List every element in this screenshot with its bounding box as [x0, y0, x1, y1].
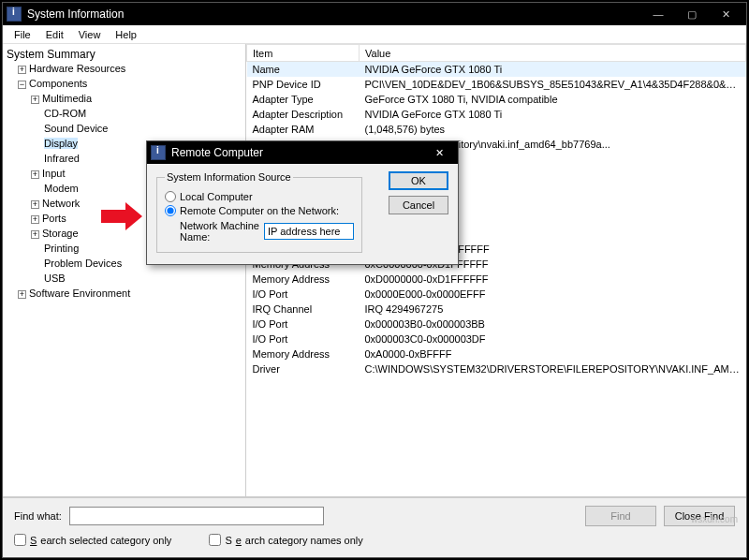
cell-value: NVIDIA GeForce GTX 1080 Ti — [360, 62, 746, 77]
content-area: System Summary +Hardware Resources −Comp… — [3, 44, 746, 497]
main-window: System Information — ▢ ✕ File Edit View … — [2, 2, 747, 558]
details-pane[interactable]: Item Value NameNVIDIA GeForce GTX 1080 T… — [246, 44, 746, 496]
cb-selected-category[interactable]: Search selected category only — [14, 534, 171, 546]
maximize-button[interactable]: ▢ — [675, 3, 709, 25]
find-button[interactable]: Find — [585, 506, 656, 526]
cell-value: 0x0000E000-0x0000EFFF — [360, 287, 746, 302]
ok-button[interactable]: OK — [389, 171, 448, 190]
cell-item: Adapter Description — [247, 107, 360, 122]
menu-view[interactable]: View — [71, 27, 109, 42]
remote-computer-dialog: Remote Computer ✕ System Information Sou… — [146, 140, 459, 265]
cell-item: Name — [247, 62, 360, 77]
col-value[interactable]: Value — [360, 45, 746, 62]
table-row[interactable]: Adapter RAM(1,048,576) bytes — [247, 122, 746, 137]
tree-multimedia[interactable]: +Multimedia — [31, 91, 243, 106]
expand-icon[interactable]: + — [31, 96, 39, 104]
expand-icon[interactable]: + — [31, 200, 39, 209]
cell-value: 0xD0000000-0xD1FFFFFF — [360, 272, 746, 287]
tree-hardware[interactable]: +Hardware Resources — [18, 61, 243, 76]
cell-value: 0x000003C0-0x000003DF — [360, 332, 746, 346]
cell-item: Memory Address — [247, 272, 360, 287]
tree-sound[interactable]: Sound Device — [31, 121, 243, 136]
find-bar: Find what: Find Close Find Search select… — [3, 497, 746, 557]
tree-root[interactable]: System Summary — [5, 48, 243, 61]
checkbox[interactable] — [209, 534, 221, 546]
cell-value: C:\WINDOWS\SYSTEM32\DRIVERSTORE\FILEREPO… — [360, 361, 746, 376]
window-title: System Information — [27, 7, 641, 21]
minimize-button[interactable]: — — [641, 3, 675, 25]
option-remote[interactable]: Remote Computer on the Network: — [165, 205, 354, 216]
cell-item: Adapter RAM — [247, 122, 360, 137]
dialog-close-button[interactable]: ✕ — [424, 147, 454, 159]
cell-value: 0x000003B0-0x000003BB — [360, 317, 746, 332]
group-legend: System Information Source — [165, 171, 293, 183]
cell-item: Memory Address — [247, 346, 360, 361]
cell-value: 0xA0000-0xBFFFF — [360, 346, 746, 361]
cell-item: Driver — [247, 361, 360, 376]
dialog-titlebar: Remote Computer ✕ — [147, 141, 458, 164]
watermark: wsxdn.com — [691, 514, 738, 524]
cell-item: IRQ Channel — [247, 302, 360, 317]
dialog-title: Remote Computer — [171, 146, 424, 159]
cell-item: Adapter Type — [247, 92, 360, 107]
option-local[interactable]: Local Computer — [165, 191, 354, 202]
close-button[interactable]: ✕ — [709, 3, 742, 25]
dialog-icon — [151, 145, 166, 160]
radio-local[interactable] — [165, 191, 176, 202]
tree-usb[interactable]: USB — [31, 271, 243, 286]
table-row[interactable]: NameNVIDIA GeForce GTX 1080 Ti — [247, 62, 746, 77]
expand-icon[interactable]: + — [18, 290, 26, 299]
expand-icon[interactable]: + — [31, 230, 39, 239]
table-row[interactable]: DriverC:\WINDOWS\SYSTEM32\DRIVERSTORE\FI… — [247, 361, 746, 376]
menu-edit[interactable]: Edit — [38, 27, 71, 42]
menu-help[interactable]: Help — [108, 27, 144, 42]
table-row[interactable]: Adapter TypeGeForce GTX 1080 Ti, NVIDIA … — [247, 92, 746, 107]
tree-software[interactable]: +Software Environment — [18, 286, 243, 301]
menu-file[interactable]: File — [7, 27, 38, 42]
checkbox[interactable] — [14, 534, 26, 546]
titlebar: System Information — ▢ ✕ — [3, 3, 746, 25]
tree-cdrom[interactable]: CD-ROM — [31, 106, 243, 121]
collapse-icon[interactable]: − — [18, 81, 26, 89]
network-machine-name-input[interactable] — [264, 223, 354, 240]
cell-item: I/O Port — [247, 332, 360, 346]
tree-pane[interactable]: System Summary +Hardware Resources −Comp… — [3, 44, 246, 496]
table-row[interactable]: Adapter DescriptionNVIDIA GeForce GTX 10… — [247, 107, 746, 122]
cell-item: I/O Port — [247, 317, 360, 332]
expand-icon[interactable]: + — [31, 170, 39, 179]
table-row[interactable]: Memory Address0xD0000000-0xD1FFFFFF — [247, 272, 746, 287]
table-row[interactable]: I/O Port0x000003C0-0x000003DF — [247, 332, 746, 346]
nml-label: Network Machine Name: — [180, 220, 260, 243]
menubar: File Edit View Help — [3, 25, 746, 44]
expand-icon[interactable]: + — [18, 66, 26, 74]
cell-value: (1,048,576) bytes — [360, 122, 746, 137]
cell-value: PCI\VEN_10DE&DEV_1B06&SUBSYS_85E51043&RE… — [360, 77, 746, 92]
radio-remote[interactable] — [165, 205, 176, 216]
table-row[interactable]: I/O Port0x000003B0-0x000003BB — [247, 317, 746, 332]
find-label: Find what: — [14, 510, 62, 522]
cell-item: I/O Port — [247, 287, 360, 302]
cb-category-names[interactable]: Search category names only — [209, 534, 362, 546]
expand-icon[interactable]: + — [31, 215, 39, 224]
cancel-button[interactable]: Cancel — [389, 196, 448, 214]
source-group: System Information Source Local Computer… — [156, 171, 362, 253]
table-row[interactable]: Memory Address0xA0000-0xBFFFF — [247, 346, 746, 361]
cell-value: IRQ 4294967275 — [360, 302, 746, 317]
table-row[interactable]: IRQ ChannelIRQ 4294967275 — [247, 302, 746, 317]
find-input[interactable] — [69, 507, 325, 525]
cell-value: GeForce GTX 1080 Ti, NVIDIA compatible — [360, 92, 746, 107]
table-row[interactable]: I/O Port0x0000E000-0x0000EFFF — [247, 287, 746, 302]
table-row[interactable]: PNP Device IDPCI\VEN_10DE&DEV_1B06&SUBSY… — [247, 77, 746, 92]
cell-value: NVIDIA GeForce GTX 1080 Ti — [360, 107, 746, 122]
app-icon — [7, 7, 22, 22]
cell-item: PNP Device ID — [247, 77, 360, 92]
col-item[interactable]: Item — [247, 45, 360, 62]
